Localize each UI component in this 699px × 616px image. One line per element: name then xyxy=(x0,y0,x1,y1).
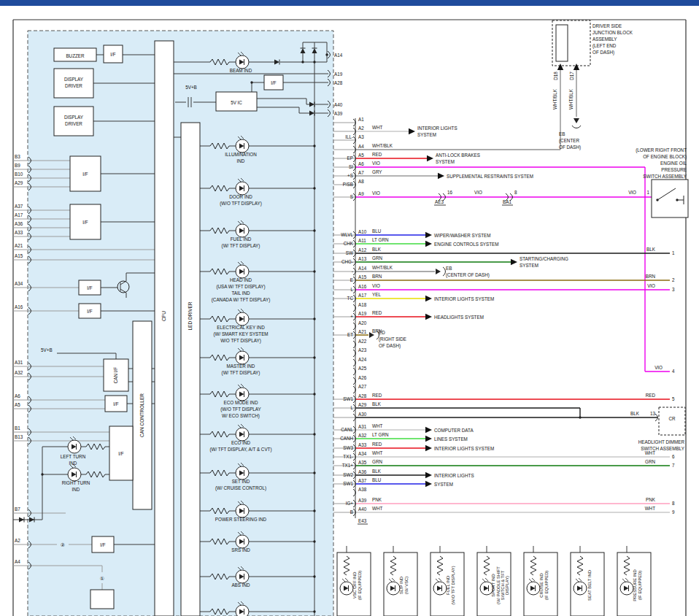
signal-label: WLVL xyxy=(341,232,353,237)
connector-pin-label: A38 xyxy=(358,487,367,492)
bottom-indicator-modules: VSC OFF IND (IF EQUIPPED) SLIP IND (W/ V… xyxy=(337,546,651,616)
connector-arrow-icon xyxy=(557,63,563,70)
signal-label: + xyxy=(350,314,353,319)
bottom-indicator: CRUISE IND (IF EQUIPPED) xyxy=(524,546,557,616)
indicator-label: (IF EQUIPPED) xyxy=(638,571,642,601)
wire-color-label: VIO xyxy=(654,365,663,370)
connector-arrow-icon xyxy=(574,63,579,70)
circuit-marker-2: ② xyxy=(61,542,65,547)
indicator-label: W/O TFT DISPLAY) xyxy=(220,338,261,344)
indicator-label: SRS IND xyxy=(231,547,250,553)
cpu-label: CPU xyxy=(161,311,166,321)
connector-pin-label: A34 xyxy=(358,451,367,456)
indicator-label: SPORT IND xyxy=(491,574,495,596)
junction-pin-label: D17 xyxy=(569,72,574,80)
bottom-indicator: VSC OFF IND (IF EQUIPPED) xyxy=(337,546,371,616)
oil-pressure-switch-box xyxy=(652,180,688,217)
connector-code-label: CR xyxy=(668,416,676,421)
wire-color-label: WHT xyxy=(645,506,655,511)
system-arrow-icon xyxy=(425,296,432,301)
system-arrow-icon xyxy=(425,427,432,433)
ground-destination-label: OF DASH) xyxy=(559,145,581,150)
display-driver-label: DRIVER xyxy=(65,121,82,126)
connector-pin-label: A28 xyxy=(358,393,367,399)
system-destination-label: SYSTEM xyxy=(520,263,538,268)
indicator-label: (IF EQUIPPED) xyxy=(544,571,549,601)
indicator-label: IND xyxy=(69,461,77,466)
indicator-label: ABS IND xyxy=(231,582,250,588)
connector-pin-label: A7 xyxy=(358,170,364,175)
system-destination-label: INTERIOR LIGHTS xyxy=(417,126,457,131)
edge-pin-label: 2 xyxy=(672,277,675,282)
edge-pin-label: 9 xyxy=(672,509,675,515)
connector-pin-label: A9 xyxy=(358,191,364,196)
wire-color-label: BRN xyxy=(372,274,382,279)
wire-color-label: WHT/BLK xyxy=(372,143,393,148)
wire-color-label: RED xyxy=(372,442,382,447)
signal-label: L xyxy=(350,287,353,292)
indicator-label: ECO IND xyxy=(231,440,251,445)
connector-pin-label: A27 xyxy=(358,384,367,389)
signal-label: - xyxy=(352,269,353,274)
system-destination-label: HEADLIGHTS SYSTEM xyxy=(434,315,484,320)
connector-pin-label: A32 xyxy=(358,433,367,438)
left-pin-label: A15 xyxy=(15,253,23,258)
system-destination-label: LINES SYSTEM xyxy=(434,436,468,442)
connector-pin-label: A4 xyxy=(358,144,364,149)
indicator-label: HEAD IND xyxy=(230,277,252,282)
wire-color-label: VIO xyxy=(647,283,655,288)
wire-color-label: WHT xyxy=(372,450,382,455)
inline-connector-pin: 8 xyxy=(514,190,517,195)
connector-box xyxy=(90,590,114,609)
signal-label: SW1 xyxy=(343,396,353,401)
wire-color-label: PNK xyxy=(646,497,656,502)
component-location-label: OF ENGINE BLOCK) xyxy=(643,154,687,160)
connector-pin-label: A8 xyxy=(358,179,364,184)
indicator-label: (W/ CRUISE CONTROL) xyxy=(215,485,266,491)
connector-pin-label: A20 xyxy=(358,320,367,326)
signal-label: IG+ xyxy=(346,501,354,506)
signal-label: SW3 xyxy=(343,445,353,450)
driver-side-junction-block: DRIVER SIDE JUNCTION BLOCK ASSEMBLY (LEF… xyxy=(552,20,633,150)
left-pin-label: A34 xyxy=(15,281,23,286)
connector-pin-label: A26 xyxy=(358,375,367,380)
left-pin-label: A32 xyxy=(15,370,23,375)
ground-icon xyxy=(572,118,581,128)
dimmer-connector-box xyxy=(659,407,685,435)
can-controller-label: CAN CONTROLLER xyxy=(139,393,144,437)
system-destination-label: ANTI-LOCK BRAKES xyxy=(436,153,480,158)
left-pin-label: A16 xyxy=(15,304,23,309)
connector-pin-label: A30 xyxy=(358,412,367,417)
connector-pin-label: A11 xyxy=(358,238,366,243)
edge-pin-label: 3 xyxy=(672,287,675,292)
bottom-indicator: PRESSURE IND (IF EQUIPPED) xyxy=(617,546,651,616)
connector-pin-label: A21 xyxy=(358,329,367,334)
device-pin-label: 13 xyxy=(650,411,656,416)
ground-destination-label: (CENTER xyxy=(559,138,579,144)
wire-color-label: BLK xyxy=(372,401,382,407)
diode-icon xyxy=(19,517,24,523)
indicator-label: FUEL IND xyxy=(231,236,252,242)
connector-pin-label: A40 xyxy=(358,507,367,512)
connector-pin-label: A25 xyxy=(358,366,367,371)
system-arrow-icon xyxy=(425,232,432,238)
edge-pin-label: 7 xyxy=(672,463,675,468)
left-pin-label: B9 xyxy=(15,163,20,168)
signal-label: TX1- xyxy=(343,454,353,459)
connector-pin-label: A39 xyxy=(358,498,367,503)
wiring-diagram-page: BUZZER I/F DISPLAY DRIVER DISPLAY DRIVER… xyxy=(0,0,699,616)
ground-destination-label: EB xyxy=(446,266,452,271)
system-arrow-icon xyxy=(427,155,433,161)
display-driver-label: DISPLAY xyxy=(64,77,84,82)
if-label: I/F xyxy=(87,309,92,314)
external-wiring: WHT WHT/BLK RED VIO GRY VIO 16 AE3 VIO 8… xyxy=(356,70,675,515)
connector-e43: A1 A2 A3 A4 A5 A6 A7 A8 A9 A10 A11 A12 A… xyxy=(333,117,368,524)
connector-pin-label: A10 xyxy=(358,229,367,234)
connector-pin-label: A1 xyxy=(358,117,364,122)
connector-pin-label: A16 xyxy=(358,284,367,289)
signal-label: ET xyxy=(347,332,353,337)
ground-destination-label: OF DASH) xyxy=(379,343,401,349)
headlight-dimmer-switch-connector: CR BLK 13 HEADLIGHT DIMMER SWITCH ASSEMB… xyxy=(630,407,685,451)
indicator-label: (W/ TFT DISPLAY) xyxy=(222,243,260,249)
wire-color-label: YEL xyxy=(372,292,381,297)
